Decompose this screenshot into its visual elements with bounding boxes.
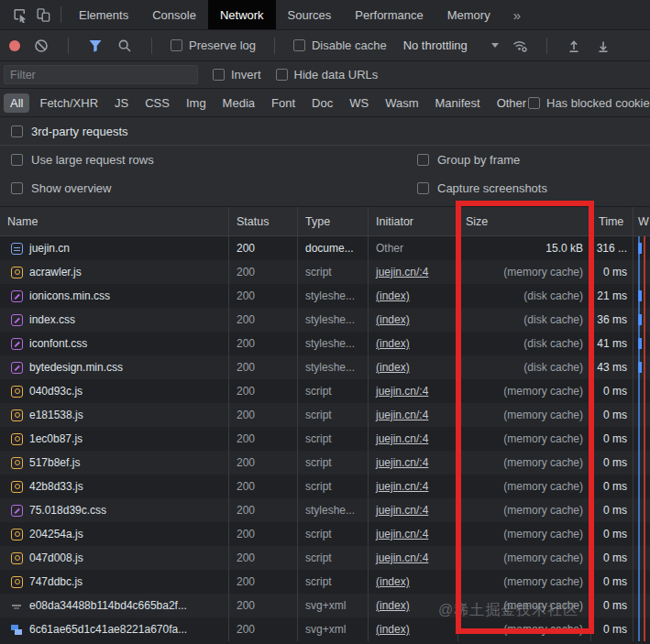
column-header-size[interactable]: Size [458,207,591,235]
initiator-link[interactable]: juejin.cn/:4 [376,551,428,564]
table-row[interactable]: 204254a.js200scriptjuejin.cn/:4(memory c… [0,522,650,546]
throttling-select[interactable]: No throttling [403,38,499,52]
table-row[interactable]: 75.018d39c.css200styleshe...juejin.cn/:4… [0,498,650,522]
has-blocked-cookies-checkbox[interactable] [528,97,540,109]
table-row[interactable]: bytedesign.min.css200styleshe...(index)(… [0,355,650,379]
search-icon[interactable] [116,38,133,54]
table-row[interactable]: 047d008.js200scriptjuejin.cn/:4(memory c… [0,546,650,570]
filter-pill-js[interactable]: JS [108,93,135,113]
third-party-requests-checkbox[interactable] [11,126,23,137]
cell-status: 200 [229,236,298,260]
tab-network[interactable]: Network [208,0,276,29]
disable-cache-checkbox[interactable] [293,39,305,51]
use-large-request-rows-checkbox[interactable] [11,154,23,166]
table-row[interactable]: 517b8ef.js200scriptjuejin.cn/:4(memory c… [0,451,650,475]
tab-performance[interactable]: Performance [343,0,435,29]
record-network-log-button[interactable] [9,40,20,51]
initiator-link[interactable]: juejin.cn/:4 [376,504,428,517]
table-row[interactable]: e181538.js200scriptjuejin.cn/:4(memory c… [0,403,650,427]
table-row[interactable]: acrawler.js200scriptjuejin.cn/:4(memory … [0,260,650,284]
column-header-status[interactable]: Status [229,207,298,235]
cell-name: 747ddbc.js [0,570,229,594]
requests-table: NameStatusTypeInitiatorSizeTimeW juejin.… [0,207,650,641]
table-row[interactable]: 42b8d33.js200scriptjuejin.cn/:4(memory c… [0,475,650,498]
filter-pill-media[interactable]: Media [216,93,261,113]
network-toolbar: Preserve log Disable cache No throttling [0,30,650,61]
filter-pill-all[interactable]: All [4,93,29,113]
invert-checkbox[interactable] [213,69,225,81]
table-row[interactable]: 747ddbc.js200script(index)(memory cache)… [0,570,650,594]
cell-waterfall [633,617,650,641]
script-file-icon [11,267,23,278]
preserve-log-checkbox[interactable] [171,39,182,51]
cell-waterfall [633,332,650,355]
initiator-link[interactable]: (index) [376,313,410,326]
inspect-element-icon[interactable] [7,3,31,27]
cell-time: 0 ms [591,403,633,427]
filter-pill-fetch-xhr[interactable]: Fetch/XHR [33,93,105,113]
column-header-name[interactable]: Name [0,207,229,235]
filter-pill-css[interactable]: CSS [138,93,176,113]
initiator-link[interactable]: juejin.cn/:4 [376,266,428,278]
filter-pill-manifest[interactable]: Manifest [428,93,486,113]
tab-memory[interactable]: Memory [435,0,502,29]
initiator-link[interactable]: juejin.cn/:4 [376,528,428,540]
clear-network-log-icon[interactable] [33,38,50,54]
cell-waterfall [633,522,650,546]
tab-elements[interactable]: Elements [67,0,140,29]
initiator-link[interactable]: (index) [376,575,410,588]
filter-pill-other[interactable]: Other [490,93,534,113]
import-har-icon[interactable] [566,38,582,54]
stylesheet-file-icon [11,362,23,374]
column-header-time[interactable]: Time [591,207,633,235]
filter-pill-wasm[interactable]: Wasm [379,93,424,113]
initiator-link[interactable]: (index) [376,361,410,374]
tab-console[interactable]: Console [140,0,208,29]
table-row[interactable]: 1ec0b87.js200scriptjuejin.cn/:4(memory c… [0,427,650,451]
filter-pill-img[interactable]: Img [180,93,213,113]
table-row[interactable]: 040d93c.js200scriptjuejin.cn/:4(memory c… [0,379,650,403]
hide-data-urls-checkbox[interactable] [276,69,288,81]
filter-funnel-icon[interactable] [87,38,104,54]
initiator-link[interactable]: (index) [376,623,410,636]
initiator-link[interactable]: (index) [376,289,410,302]
initiator-link[interactable]: juejin.cn/:4 [376,385,428,398]
table-row[interactable]: ionicons.min.css200styleshe...(index)(di… [0,284,650,308]
table-row[interactable]: juejin.cn200docume...Other15.0 kB316 ... [0,236,650,260]
cell-initiator: (index) [369,284,458,308]
table-row[interactable]: index.css200styleshe...(index)(disk cach… [0,308,650,332]
table-row[interactable]: iconfont.css200styleshe...(index)(disk c… [0,332,650,355]
stylesheet-file-icon [11,338,23,350]
filter-pill-doc[interactable]: Doc [305,93,339,113]
filter-pill-font[interactable]: Font [265,93,302,113]
column-header-initiator[interactable]: Initiator [369,207,458,235]
initiator-link[interactable]: juejin.cn/:4 [376,432,428,445]
column-header-w[interactable]: W [633,207,650,235]
table-row[interactable]: 6c61ae65d1c41ae8221a670fa...200svg+xml(i… [0,617,650,641]
toolbar-divider [546,38,547,54]
tab-sources[interactable]: Sources [276,0,344,29]
device-toolbar-icon[interactable] [31,3,55,27]
network-conditions-icon[interactable] [512,38,528,54]
script-file-icon [11,576,23,588]
filter-pill-ws[interactable]: WS [343,93,375,113]
cell-type: script [298,451,369,475]
cell-type: svg+xml [298,594,369,617]
group-by-frame-checkbox[interactable] [417,154,429,166]
more-tabs-icon[interactable]: » [502,7,532,23]
show-overview-checkbox[interactable] [11,182,23,194]
filter-input[interactable] [4,65,198,84]
capture-screenshots-checkbox[interactable] [417,182,429,194]
export-har-icon[interactable] [595,38,611,54]
cell-name: bytedesign.min.css [0,355,229,379]
column-header-type[interactable]: Type [298,207,369,235]
cell-waterfall [633,284,650,308]
cell-waterfall [633,236,650,260]
initiator-link[interactable]: juejin.cn/:4 [376,409,428,421]
initiator-link[interactable]: (index) [376,337,410,350]
cell-type: styleshe... [298,284,369,308]
initiator-link[interactable]: (index) [376,599,410,612]
request-name: juejin.cn [29,242,70,255]
initiator-link[interactable]: juejin.cn/:4 [376,480,428,493]
initiator-link[interactable]: juejin.cn/:4 [376,456,428,469]
